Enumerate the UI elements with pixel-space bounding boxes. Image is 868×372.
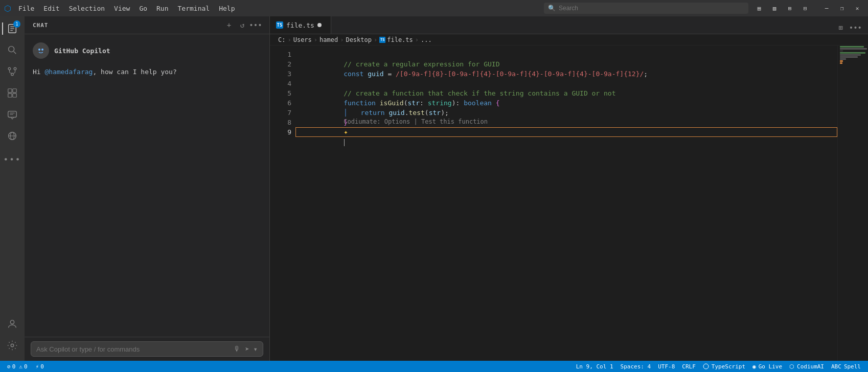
breadcrumb-more[interactable]: ... [421,36,432,43]
svg-point-6 [8,67,11,70]
chat-more-button[interactable]: ••• [250,19,261,31]
code-editor[interactable]: 1 2 3 4 5 6 7 8 9 // create a regular ex… [270,45,868,361]
tab-split-area: ⊞ ••• [836,21,864,34]
activity-explorer-icon[interactable]: 1 [2,18,22,39]
activity-copilot-icon[interactable] [2,104,22,125]
chat-message: Hi @hamedafarag, how can I help you? [33,67,261,77]
send-button[interactable]: ➤ [245,345,249,353]
status-spaces[interactable]: Spaces: 4 [618,363,654,370]
spell-icon: ABC [831,363,841,370]
line-num-8: 8 [270,118,291,127]
line-num-6: 6 [270,98,291,108]
status-remote[interactable]: ⚡ 0 [33,361,47,372]
menu-go[interactable]: Go [135,4,151,13]
line-num-3: 3 [270,69,291,79]
code-line-2: const guid = /[0-9a-f]{8}-[0-9a-f]{4}-[0… [304,59,837,69]
breadcrumb: C: › Users › hamed › Desktop › TS file.t… [270,34,868,45]
menu-edit[interactable]: Edit [39,4,63,13]
line-num-2: 2 [270,59,291,69]
activity-search-icon[interactable] [2,40,22,60]
search-bar[interactable]: 🔍 [544,3,748,14]
chat-input-container[interactable]: 🎙 ➤ ▾ [31,341,263,357]
chat-panel-header: CHAT + ↺ ••• [25,16,269,34]
menu-help[interactable]: Help [215,4,239,13]
svg-point-4 [9,46,14,52]
layout-btn-2[interactable]: ▧ [768,3,781,13]
maximize-button[interactable]: ❐ [835,3,849,13]
breadcrumb-file-ts[interactable]: TS file.ts [379,36,413,43]
split-editor-button[interactable]: ⊞ [836,21,844,34]
error-icon: ⊘ [7,363,11,370]
code-line-4: // create a function that check if the s… [304,79,837,88]
activity-bottom [2,314,22,361]
activity-remote-icon[interactable] [2,126,22,146]
activity-extensions-icon[interactable] [2,83,22,103]
activity-badge: 1 [13,20,20,28]
layout-btn-3[interactable]: ⊞ [783,3,796,13]
send-dropdown-icon[interactable]: ▾ [254,345,258,353]
spellcheck-button[interactable]: ABC Spell [828,363,864,370]
microphone-icon[interactable]: 🎙 [234,345,241,353]
editor-area: TS file.ts ⊞ ••• C: › Users › hamed › De… [270,16,868,361]
remote-count: 0 [40,363,44,370]
svg-point-25 [41,49,43,51]
breadcrumb-users[interactable]: Users [293,36,312,43]
chat-panel: CHAT + ↺ ••• GitHub Copilot [25,16,270,361]
main-layout: 1 [0,16,868,361]
title-bar-controls: ▤ ▧ ⊞ ⊟ ─ ❐ ✕ [752,3,864,13]
code-line-8: ✦ [304,118,837,127]
code-line-5: function isGuid(str: string): boolean { [304,88,837,98]
codiumai-button[interactable]: ⬡ CodiumAI [786,363,827,370]
status-position[interactable]: Ln 9, Col 1 [573,363,616,370]
breadcrumb-hamed[interactable]: hamed [319,36,338,43]
line-num-9: 9 [270,127,291,137]
status-line-ending[interactable]: CRLF [679,363,699,370]
layout-btn-1[interactable]: ▤ [752,3,766,13]
chat-history-button[interactable]: ↺ [237,19,248,31]
new-chat-button[interactable]: + [223,19,235,31]
go-live-button[interactable]: ◉ Go Live [749,363,785,370]
svg-point-8 [11,73,14,76]
status-right: Ln 9, Col 1 Spaces: 4 UTF-8 CRLF TypeScr… [573,363,864,370]
status-encoding[interactable]: UTF-8 [655,363,678,370]
settings-icon[interactable] [2,335,22,356]
code-line-7: } [304,108,837,118]
tab-bar: TS file.ts ⊞ ••• [270,16,868,34]
copilot-header: GitHub Copilot [33,42,261,59]
code-line-6: │ return guid.test(str); [304,98,837,108]
close-button[interactable]: ✕ [851,3,864,13]
activity-source-control-icon[interactable] [2,61,22,82]
menu-view[interactable]: View [110,4,134,13]
svg-line-5 [14,52,16,54]
error-count: 0 [12,363,16,370]
code-content[interactable]: // create a regular expression for GUID … [295,45,837,361]
menu-selection[interactable]: Selection [65,4,109,13]
ts-file-icon: TS [276,21,283,29]
svg-point-23 [36,45,46,56]
breadcrumb-ts-icon: TS [379,37,385,43]
tab-more-button[interactable]: ••• [847,21,864,34]
menu-file[interactable]: File [14,4,38,13]
svg-rect-13 [8,94,12,97]
copilot-name: GitHub Copilot [54,47,110,55]
sidebar-actions: + ↺ ••• [223,19,261,31]
chat-input[interactable] [36,345,230,353]
global-search-input[interactable] [559,5,744,12]
line-num-7: 7 [270,108,291,118]
tab-file-ts[interactable]: TS file.ts [270,16,331,34]
layout-btn-4[interactable]: ⊟ [798,3,812,13]
menu-run[interactable]: Run [152,4,172,13]
chat-panel-title: CHAT [33,22,223,29]
line-num-1: 1 [270,50,291,59]
status-language[interactable]: TypeScript [700,363,748,370]
account-icon[interactable] [2,314,22,334]
status-errors[interactable]: ⊘ 0 ⚠ 0 [4,361,31,372]
minimize-button[interactable]: ─ [820,3,833,13]
breadcrumb-c[interactable]: C: [278,36,285,43]
activity-more-icon[interactable]: ••• [2,149,22,170]
menu-terminal[interactable]: Terminal [174,4,214,13]
chat-input-area: 🎙 ➤ ▾ [25,337,269,361]
codiumai-icon: ⬡ [789,363,794,370]
breadcrumb-desktop[interactable]: Desktop [346,36,372,43]
code-line-1: // create a regular expression for GUID [304,50,837,59]
